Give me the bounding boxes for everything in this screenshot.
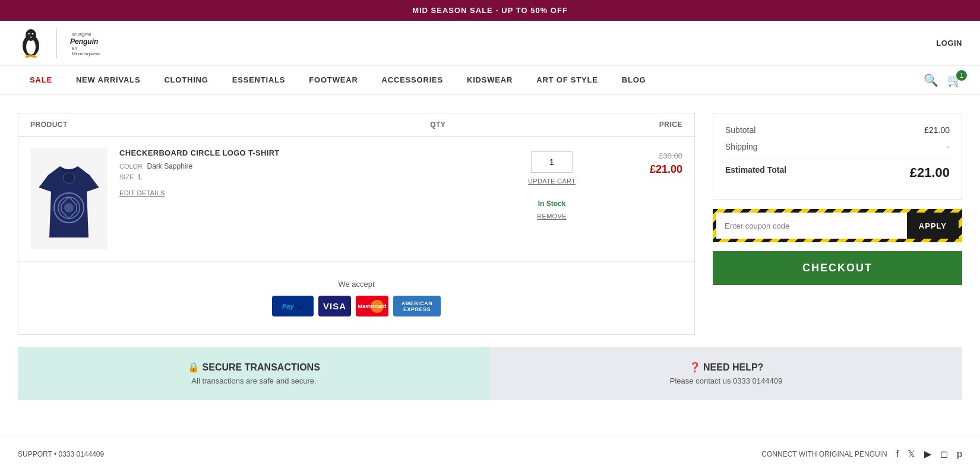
price-section: £30.00 £21.00 bbox=[611, 148, 682, 176]
svg-text:BY: BY bbox=[72, 46, 78, 50]
coupon-inner: APPLY bbox=[716, 213, 959, 239]
col-header-product: PRODUCT bbox=[30, 121, 356, 129]
order-summary: Subtotal £21.00 Shipping - Estimated Tot… bbox=[713, 113, 962, 200]
help-title: ❓ NEED HELP? bbox=[508, 362, 944, 373]
payment-area: We accept PayPal VISA Mastercard AMERICA… bbox=[18, 262, 694, 334]
checkout-button[interactable]: CHECKOUT bbox=[713, 251, 962, 285]
pinterest-icon[interactable]: p bbox=[957, 449, 962, 460]
original-price: £30.00 bbox=[659, 151, 682, 160]
main-nav: SALE NEW ARRIVALS CLOTHING ESSENTIALS FO… bbox=[0, 66, 980, 95]
search-button[interactable]: 🔍 bbox=[924, 73, 938, 87]
cart-main: PRODUCT QTY PRICE bbox=[18, 113, 695, 335]
footer-support: SUPPORT • 0333 0144409 bbox=[18, 450, 104, 458]
facebook-icon[interactable]: f bbox=[896, 449, 899, 460]
header: an original Penguin BY Munsingwear LOGIN bbox=[0, 21, 980, 66]
help-sub: Please contact us 0333 0144409 bbox=[508, 376, 944, 385]
nav-item-footwear[interactable]: FOOTWEAR bbox=[297, 66, 369, 94]
connect-label: CONNECT WITH ORIGINAL PENGUIN bbox=[761, 450, 887, 458]
help-icon: ❓ bbox=[689, 362, 701, 372]
edit-details-link[interactable]: EDIT DETAILS bbox=[119, 189, 165, 197]
nav-item-essentials[interactable]: ESSENTIALS bbox=[220, 66, 298, 94]
remove-link[interactable]: REMOVE bbox=[537, 213, 566, 220]
amex-icon: AMERICAN EXPRESS bbox=[393, 296, 441, 316]
secure-title-text: SECURE TRANSACTIONS bbox=[203, 362, 320, 372]
secure-transactions-strip: 🔒 SECURE TRANSACTIONS All transactions a… bbox=[18, 347, 490, 400]
size-value: L bbox=[138, 173, 143, 181]
item-size: SIZE L bbox=[119, 173, 492, 181]
secure-title: 🔒 SECURE TRANSACTIONS bbox=[36, 362, 472, 373]
instagram-icon[interactable]: ◻ bbox=[940, 448, 948, 460]
login-link[interactable]: LOGIN bbox=[936, 39, 962, 48]
penguin-logo-icon bbox=[18, 27, 45, 59]
svg-text:Penguin: Penguin bbox=[70, 37, 98, 46]
stock-status: In Stock bbox=[538, 200, 566, 208]
svg-point-6 bbox=[33, 34, 34, 35]
visa-icon: VISA bbox=[318, 296, 351, 316]
svg-text:Munsingwear: Munsingwear bbox=[72, 51, 100, 56]
mastercard-icon: Mastercard bbox=[356, 296, 388, 316]
item-details: CHECKERBOARD CIRCLE LOGO T-SHIRT COLOR D… bbox=[119, 148, 492, 197]
tshirt-svg bbox=[36, 154, 102, 243]
banner-text: MID SEASON SALE - UP TO 50% OFF bbox=[412, 6, 568, 15]
lock-icon: 🔒 bbox=[188, 362, 200, 372]
payment-icons: PayPal VISA Mastercard AMERICAN EXPRESS bbox=[30, 296, 682, 316]
size-label: SIZE bbox=[119, 173, 134, 180]
qty-section: UPDATE CART In Stock REMOVE bbox=[504, 148, 599, 220]
nav-item-new-arrivals[interactable]: NEW ARRIVALS bbox=[64, 66, 153, 94]
cart-sidebar: Subtotal £21.00 Shipping - Estimated Tot… bbox=[713, 113, 962, 335]
cart-table-header: PRODUCT QTY PRICE bbox=[18, 113, 694, 137]
paypal-icon: PayPal bbox=[272, 296, 314, 316]
update-cart-link[interactable]: UPDATE CART bbox=[528, 178, 576, 185]
nav-item-sale[interactable]: SALE bbox=[18, 66, 64, 94]
nav-item-blog[interactable]: BLOG bbox=[610, 66, 658, 94]
subtotal-value: £21.00 bbox=[924, 125, 950, 135]
nav-right: 🔍 🛒 1 bbox=[924, 73, 962, 87]
coupon-input[interactable] bbox=[716, 213, 907, 239]
help-title-text: NEED HELP? bbox=[703, 362, 763, 372]
bottom-strips: 🔒 SECURE TRANSACTIONS All transactions a… bbox=[18, 347, 962, 400]
header-right: LOGIN bbox=[936, 39, 962, 48]
product-image bbox=[30, 148, 108, 249]
summary-divider bbox=[725, 159, 950, 159]
table-row: CHECKERBOARD CIRCLE LOGO T-SHIRT COLOR D… bbox=[18, 137, 694, 262]
svg-point-1 bbox=[26, 39, 36, 55]
subtotal-label: Subtotal bbox=[725, 125, 755, 135]
page-content: PRODUCT QTY PRICE bbox=[0, 95, 980, 412]
we-accept-label: We accept bbox=[30, 280, 682, 289]
cart-badge: 1 bbox=[956, 70, 967, 81]
nav-item-accessories[interactable]: ACCESSORIES bbox=[370, 66, 455, 94]
footer: SUPPORT • 0333 0144409 CONNECT WITH ORIG… bbox=[0, 436, 980, 471]
youtube-icon[interactable]: ▶ bbox=[924, 448, 931, 460]
twitter-icon[interactable]: 𝕏 bbox=[908, 448, 915, 460]
search-icon: 🔍 bbox=[924, 74, 938, 87]
nav-item-kidswear[interactable]: KIDSWEAR bbox=[455, 66, 524, 94]
color-label: COLOR bbox=[119, 163, 143, 170]
item-name: CHECKERBOARD CIRCLE LOGO T-SHIRT bbox=[119, 148, 492, 157]
subtotal-row: Subtotal £21.00 bbox=[725, 125, 950, 135]
need-help-strip: ❓ NEED HELP? Please contact us 0333 0144… bbox=[490, 347, 962, 400]
nav-item-clothing[interactable]: CLOTHING bbox=[152, 66, 220, 94]
sale-price: £21.00 bbox=[650, 163, 682, 176]
item-color: COLOR Dark Sapphire bbox=[119, 162, 492, 170]
apply-coupon-button[interactable]: APPLY bbox=[907, 213, 959, 239]
support-phone: 0333 0144409 bbox=[58, 450, 104, 458]
shipping-label: Shipping bbox=[725, 142, 758, 151]
cart-container: PRODUCT QTY PRICE bbox=[18, 113, 962, 335]
estimated-total-value: £21.00 bbox=[910, 165, 950, 180]
svg-point-2 bbox=[26, 29, 36, 41]
nav-item-art-of-style[interactable]: ART OF STYLE bbox=[524, 66, 610, 94]
shipping-value: - bbox=[947, 142, 950, 151]
estimated-total-row: Estimated Total £21.00 bbox=[725, 165, 950, 180]
footer-social: CONNECT WITH ORIGINAL PENGUIN f 𝕏 ▶ ◻ p bbox=[761, 448, 962, 460]
quantity-input[interactable] bbox=[531, 151, 573, 173]
secure-sub: All transactions are safe and secure. bbox=[36, 376, 472, 385]
shipping-row: Shipping - bbox=[725, 142, 950, 151]
support-label: SUPPORT bbox=[18, 450, 52, 458]
svg-point-17 bbox=[64, 203, 74, 213]
svg-point-18 bbox=[63, 173, 75, 183]
coupon-area: APPLY bbox=[713, 209, 962, 242]
coupon-stripe-border: APPLY bbox=[713, 209, 962, 242]
color-value: Dark Sapphire bbox=[147, 162, 192, 170]
logo-area: an original Penguin BY Munsingwear bbox=[18, 27, 128, 59]
cart-button[interactable]: 🛒 1 bbox=[947, 73, 962, 87]
